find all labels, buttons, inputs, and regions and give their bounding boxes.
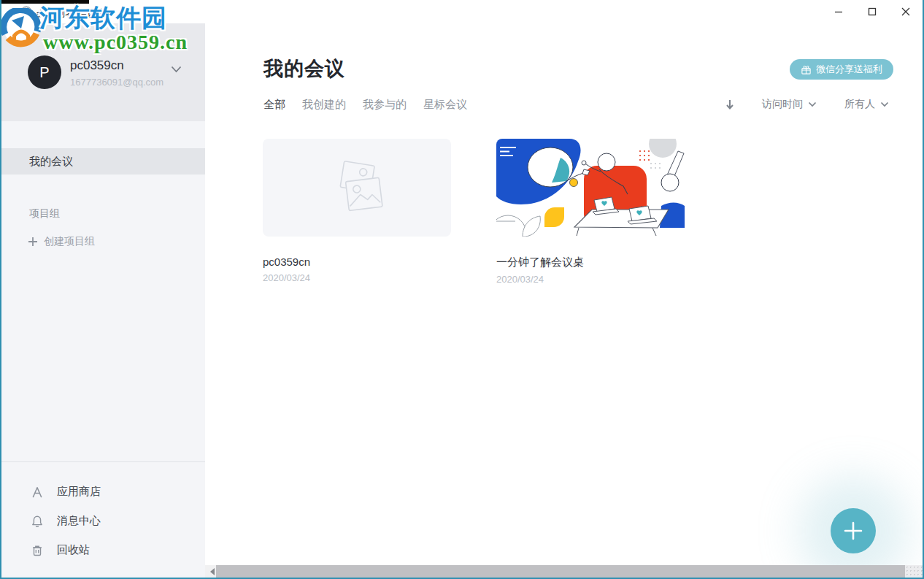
trash-icon xyxy=(31,544,44,557)
meeting-card-date: 2020/03/24 xyxy=(263,272,451,283)
tab-participated[interactable]: 我参与的 xyxy=(363,98,407,112)
gift-icon xyxy=(801,64,812,75)
window-controls xyxy=(822,0,923,23)
owner-dropdown[interactable]: 所有人 xyxy=(844,98,889,111)
minimize-button[interactable] xyxy=(822,0,855,23)
team-illustration xyxy=(496,139,685,237)
page-title: 我的会议 xyxy=(263,55,345,82)
horizontal-scrollbar[interactable] xyxy=(205,565,923,578)
sidebar-item-my-meetings[interactable]: 我的会议 xyxy=(1,148,205,175)
sidebar-item-label: 回收站 xyxy=(57,543,90,557)
window-title: 会议列表-会议桌 xyxy=(36,7,106,20)
sidebar-item-recycle-bin[interactable]: 回收站 xyxy=(31,543,90,557)
sidebar-item-label: 应用商店 xyxy=(57,485,101,499)
profile-username: pc0359cn xyxy=(70,58,124,73)
owner-value: 所有人 xyxy=(844,98,875,111)
sidebar-item-message-center[interactable]: 消息中心 xyxy=(31,514,101,528)
meeting-card[interactable]: pc0359cn 2020/03/24 xyxy=(263,139,451,283)
titlebar: 会议列表-会议桌 xyxy=(1,0,923,23)
wechat-share-button[interactable]: 微信分享送福利 xyxy=(790,59,893,80)
sidebar-divider xyxy=(1,461,205,462)
scrollbar-thumb[interactable] xyxy=(216,565,905,578)
sidebar-item-label: 消息中心 xyxy=(57,514,101,528)
sidebar-groups-header: 项目组 xyxy=(29,207,60,221)
meeting-card-date: 2020/03/24 xyxy=(496,274,685,285)
tab-starred[interactable]: 星标会议 xyxy=(423,98,467,112)
sidebar: P pc0359cn 1677736091@qq.com 我的会议 项目组 创建… xyxy=(1,23,205,578)
meeting-card-title: pc0359cn xyxy=(263,256,451,268)
main-content: 我的会议 微信分享送福利 全部 我创建的 我参与的 星标会议 访问时间 xyxy=(205,23,923,565)
chevron-down-icon[interactable] xyxy=(171,66,182,73)
profile-email: 1677736091@qq.com xyxy=(70,77,163,88)
tab-all[interactable]: 全部 xyxy=(263,98,285,112)
sidebar-create-group-button[interactable]: 创建项目组 xyxy=(28,235,95,248)
create-meeting-fab[interactable] xyxy=(831,508,876,553)
resize-grip[interactable] xyxy=(905,565,923,578)
wechat-share-label: 微信分享送福利 xyxy=(816,63,882,76)
meeting-thumbnail-placeholder xyxy=(263,139,451,237)
sidebar-create-group-label: 创建项目组 xyxy=(44,235,95,248)
app-store-icon xyxy=(31,486,44,499)
profile-section[interactable]: P pc0359cn 1677736091@qq.com xyxy=(1,23,205,121)
meeting-card-title: 一分钟了解会议桌 xyxy=(496,256,685,269)
sort-by-value: 访问时间 xyxy=(762,98,803,111)
plus-icon xyxy=(28,237,38,247)
filter-bar: 访问时间 所有人 xyxy=(725,98,889,111)
meeting-tabs: 全部 我创建的 我参与的 星标会议 xyxy=(263,98,467,112)
meeting-card[interactable]: 一分钟了解会议桌 2020/03/24 xyxy=(496,139,685,285)
avatar[interactable]: P xyxy=(28,55,61,89)
close-button[interactable] xyxy=(889,0,923,23)
sort-down-icon[interactable] xyxy=(725,99,734,110)
tab-created-by-me[interactable]: 我创建的 xyxy=(302,98,346,112)
app-window: 会议列表-会议桌 河东软件园 www.pc0359.cn xyxy=(0,0,924,579)
maximize-button[interactable] xyxy=(855,0,889,23)
app-globe-icon xyxy=(20,6,32,18)
scroll-left-arrow-icon[interactable] xyxy=(207,568,215,575)
meeting-thumbnail-illustration xyxy=(496,139,685,237)
bell-icon xyxy=(31,515,44,528)
image-placeholder-icon xyxy=(326,161,388,215)
sort-by-dropdown[interactable]: 访问时间 xyxy=(762,98,817,111)
plus-icon xyxy=(844,521,863,540)
sidebar-item-app-store[interactable]: 应用商店 xyxy=(31,485,101,499)
